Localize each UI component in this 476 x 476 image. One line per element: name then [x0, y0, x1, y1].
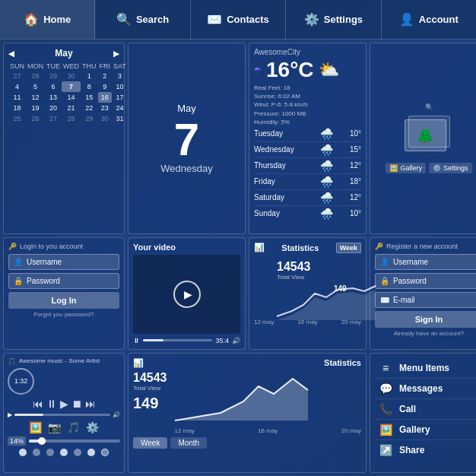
register-email-field[interactable]: ✉️ E-mail — [375, 292, 476, 308]
nav-search[interactable]: 🔍 Search — [95, 0, 190, 39]
stats1-dropdown[interactable]: Week — [336, 243, 361, 253]
calendar-day[interactable]: 13 — [45, 92, 62, 103]
video-progress-bar[interactable] — [143, 339, 212, 341]
dot-1[interactable] — [19, 449, 27, 456]
calendar-day[interactable]: 15 — [81, 92, 98, 103]
settings-button[interactable]: ⚙️ Settings — [429, 163, 472, 173]
calendar-day[interactable]: 4 — [8, 81, 26, 92]
menu-item-messages[interactable]: 💬 Messages — [375, 379, 476, 399]
menu-item-call[interactable]: 📞 Call — [375, 399, 476, 420]
calendar-day[interactable]: 20 — [45, 103, 62, 113]
video-area[interactable]: ▶ — [133, 255, 240, 334]
calendar-day[interactable]: 10 — [112, 81, 128, 92]
music-pause-button[interactable]: ⏸ — [46, 398, 57, 410]
calendar-day[interactable]: 11 — [8, 92, 26, 103]
login-button[interactable]: Log In — [8, 292, 119, 309]
nav-settings-label: Settings — [324, 14, 363, 25]
calendar-day[interactable]: 12 — [26, 92, 45, 103]
calendar-day[interactable]: 26 — [26, 113, 45, 124]
calendar-day[interactable]: 23 — [98, 103, 113, 113]
settings-label: Settings — [443, 164, 468, 172]
music-volume-icon[interactable]: 🔊 — [113, 411, 120, 418]
password-field[interactable]: 🔒 Password — [8, 273, 119, 289]
play-button[interactable]: ▶ — [173, 281, 201, 308]
calendar-day[interactable]: 24 — [112, 103, 128, 113]
menu-item-menu-items[interactable]: ≡ Menu Items — [375, 358, 476, 379]
forgot-password-link[interactable]: Forgot you password? — [8, 311, 119, 318]
menu-item-gallery[interactable]: 🖼️ Gallery — [375, 420, 476, 440]
username-field[interactable]: 👤 Username — [8, 254, 119, 270]
media-gear-icon[interactable]: ⚙️ — [86, 421, 99, 433]
calendar-day[interactable]: 30 — [98, 113, 113, 124]
calendar-day[interactable]: 27 — [45, 113, 62, 124]
calendar-day[interactable]: 30 — [62, 71, 81, 81]
stats2-date2: 16 may — [258, 427, 278, 434]
calendar-day[interactable]: 21 — [62, 103, 81, 113]
percent-slider[interactable] — [29, 440, 120, 443]
dot-2[interactable] — [33, 449, 40, 456]
dot-7[interactable] — [101, 449, 109, 456]
calendar-day[interactable]: 29 — [81, 113, 98, 124]
stats2-week-tab[interactable]: Week — [133, 437, 167, 449]
calendar-day[interactable]: 28 — [62, 113, 81, 124]
gallery-button[interactable]: 🖼️ Gallery — [386, 163, 426, 173]
calendar-day[interactable]: 22 — [81, 103, 98, 113]
dot-4[interactable] — [60, 449, 68, 456]
calendar-day[interactable]: 19 — [26, 103, 45, 113]
calendar-day[interactable]: 27 — [8, 71, 26, 81]
nav-contacts[interactable]: ✉️ Contacts — [191, 0, 286, 39]
calendar-day[interactable]: 25 — [8, 113, 26, 124]
calendar-day[interactable]: 14 — [62, 92, 81, 103]
calendar-next[interactable]: ▶ — [113, 49, 119, 58]
video-volume-icon[interactable]: 🔊 — [232, 337, 240, 344]
dot-5[interactable] — [74, 449, 81, 456]
stats2-month-tab[interactable]: Month — [170, 437, 207, 449]
nav-account[interactable]: 👤 Account — [382, 0, 476, 39]
music-play-small-icon[interactable]: ▶ — [8, 411, 12, 418]
calendar-day[interactable]: 6 — [45, 81, 62, 92]
register-password-label: Password — [393, 277, 427, 285]
music-play-button[interactable]: ▶ — [60, 398, 68, 410]
calendar-day[interactable]: 16 — [98, 92, 113, 103]
menu-item-share[interactable]: ↗️ Share — [375, 440, 476, 460]
calendar-day[interactable]: 17 — [112, 92, 128, 103]
calendar-day[interactable]: 31 — [112, 113, 128, 124]
calendar-day[interactable]: 1 — [81, 71, 98, 81]
calendar-day[interactable]: 18 — [8, 103, 26, 113]
already-account-link[interactable]: Already have an account? — [375, 330, 476, 337]
music-next-button[interactable]: ⏭ — [85, 398, 96, 410]
media-photo-icon[interactable]: 📷 — [48, 421, 61, 433]
calendar-day[interactable]: 9 — [98, 81, 113, 92]
calendar-day[interactable]: 7 — [62, 81, 81, 92]
calendar-week-row: 45678910 — [8, 81, 128, 92]
svg-marker-2 — [175, 379, 308, 420]
menu-items-list: ≡ Menu Items 💬 Messages 📞 Call 🖼️ Galler… — [375, 358, 476, 460]
nav-settings[interactable]: ⚙️ Settings — [286, 0, 381, 39]
dot-6[interactable] — [87, 449, 95, 456]
cal-day-header: SAT — [112, 62, 128, 71]
nav-home[interactable]: 🏠 Home — [0, 0, 95, 39]
register-password-field[interactable]: 🔒 Password — [375, 273, 476, 289]
calendar-prev[interactable]: ◀ — [8, 49, 14, 58]
music-progress-bar[interactable] — [14, 414, 110, 416]
register-username-field[interactable]: 👤 Username — [375, 254, 476, 270]
media-image-icon[interactable]: 🖼️ — [29, 421, 42, 433]
calendar-day[interactable]: 5 — [26, 81, 45, 92]
percent-thumb[interactable] — [38, 437, 46, 445]
messages-icon: 💬 — [378, 382, 393, 395]
call-label: Call — [399, 404, 416, 414]
weather-sunrise: Sunrise: 6:02 AM — [254, 92, 361, 100]
calendar-day[interactable]: 8 — [81, 81, 98, 92]
register-button[interactable]: Sign In — [375, 311, 476, 328]
music-stop-button[interactable]: ⏹ — [71, 398, 82, 410]
password-label: Password — [27, 277, 60, 285]
calendar-week-row: 18192021222324 — [8, 103, 128, 113]
calendar-day[interactable]: 2 — [98, 71, 113, 81]
calendar-day[interactable]: 3 — [112, 71, 128, 81]
music-prev-button[interactable]: ⏮ — [33, 398, 43, 410]
calendar-day[interactable]: 28 — [26, 71, 45, 81]
video-pause-icon[interactable]: ⏸ — [133, 337, 140, 344]
media-music-icon[interactable]: 🎵 — [67, 421, 80, 433]
dot-3[interactable] — [46, 449, 54, 456]
calendar-day[interactable]: 29 — [45, 71, 62, 81]
